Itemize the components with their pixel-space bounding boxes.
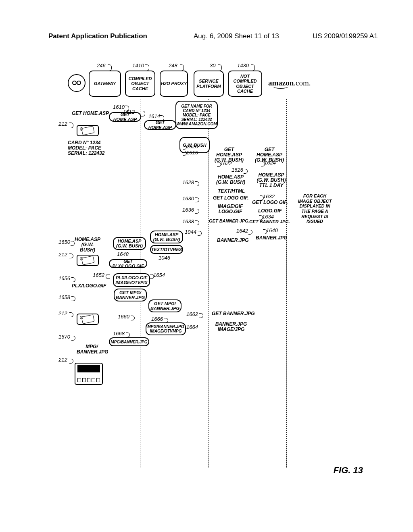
- box-plx-logo: PLX/LOGO.GIF IMAGE/OTVPIX: [113, 273, 150, 287]
- ref-1620: 1620: [186, 143, 198, 150]
- ref-1046: 1046: [159, 255, 170, 261]
- box-get-mpg-banner2: GET MPG/ BANNER.JPG: [148, 299, 181, 312]
- box-home-gw-left: HOME.ASP (G.W. BUSH): [113, 237, 146, 250]
- card-icon-1: [77, 125, 99, 136]
- label-home-ttl: HOME.ASP (G.W. BUSH) TTL 1 DAY: [254, 172, 288, 189]
- label-get-logo2: GET LOGO GIF.: [252, 200, 288, 205]
- box-get-plx: GET PLX/LOGO.GIF: [109, 259, 147, 268]
- ref-212d: 212: [58, 357, 67, 363]
- ref-248: 248: [169, 62, 177, 69]
- ref-1656: 1656: [58, 275, 70, 281]
- lane-not-compiled-cache: NOT COMPILED OBJECT CACHE: [228, 71, 262, 97]
- label-plx-logo: PLX/LOGO.GIF: [72, 283, 106, 289]
- box-1614: GET HOME.ASP: [144, 120, 176, 130]
- user-icon: [68, 74, 86, 92]
- lane-gateway: GATEWAY: [89, 71, 121, 97]
- label-image-gif: IMAGE/GIF LOGO.GIF: [216, 204, 244, 214]
- box-text-otvres: TEXT/OTVRES: [150, 245, 183, 254]
- figure-13: 246 1410 248 30 1430 GATEWAY COMPILED OB…: [60, 69, 367, 468]
- card-icon-3: [77, 314, 99, 325]
- ref-1660: 1660: [118, 314, 129, 320]
- ref-1410: 1410: [132, 62, 144, 69]
- ref-212b: 212: [58, 251, 67, 258]
- ref-1658: 1658: [58, 294, 70, 300]
- label-get-logo: GET LOGO GIF.: [213, 195, 249, 201]
- box-home-gw-mid: HOME.ASP (G.VI. BUSH): [150, 231, 183, 243]
- ref-1668: 1668: [113, 330, 125, 337]
- header-right: US 2009/0199259 A1: [313, 32, 378, 40]
- ref-1622: 1622: [220, 160, 232, 166]
- ref-1630: 1630: [182, 195, 194, 202]
- label-get-banner-1662: GET BANNER.JPG: [212, 311, 255, 316]
- ref-1616: 1616: [186, 150, 198, 156]
- header-center: Aug. 6, 2009 Sheet 11 of 13: [194, 32, 279, 40]
- ref-1654: 1654: [153, 272, 165, 278]
- label-1626: HOME.ASP (G.W. BUSH): [215, 175, 247, 185]
- ref-212a: 212: [58, 121, 67, 127]
- label-banner-img-jpg: BANNER.JPG IMAGE/JPG: [215, 322, 247, 332]
- ref-1626: 1626: [232, 167, 243, 173]
- ref-1664: 1664: [186, 324, 198, 330]
- label-get-home-asp: GET HOME.ASP: [72, 111, 109, 116]
- label-banner1: BANNER.JPG: [217, 238, 249, 243]
- ref-1640: 1640: [266, 227, 278, 233]
- label-get-banner2: GET BANNER JPG.: [249, 219, 290, 224]
- ref-1642: 1642: [236, 228, 248, 234]
- box-mpg-banner: MPG/BANNER.JPG IMAGE/OTVMPG: [146, 322, 186, 335]
- box-mpg-banner2: MPG/BANNER.JPG: [109, 337, 149, 346]
- ref-1628: 1628: [182, 179, 194, 185]
- lane-h2o-proxy: H2O PROXY: [160, 71, 188, 97]
- ref-1044: 1044: [185, 229, 196, 235]
- side-note: FOR EACH IMAGE OBJECT DISPLAYED IN THE P…: [298, 193, 332, 224]
- ref-1634: 1634: [262, 214, 274, 220]
- card-icon-2: [77, 255, 99, 266]
- label-logo-gif: LOGO.GIF: [258, 208, 282, 214]
- ref-1624: 1624: [264, 160, 276, 166]
- ref-1648: 1648: [117, 251, 129, 257]
- lane-service-platform: SERVICE PLATFORM: [194, 71, 224, 97]
- ref-1638: 1638: [182, 218, 194, 224]
- ref-1636: 1636: [182, 207, 194, 213]
- figure-label: FIG. 13: [334, 465, 363, 476]
- label-mpg-banner: MPG/ BANNER.JPG: [77, 344, 107, 355]
- ref-1666: 1666: [151, 316, 163, 322]
- header-left: Patent Application Publication: [48, 32, 147, 40]
- ref-1662: 1662: [186, 311, 198, 317]
- ref-30: 30: [210, 62, 215, 69]
- ref-1614: 1614: [148, 113, 160, 119]
- ref-1632: 1632: [263, 193, 275, 200]
- label-banner2: BANNER.JPG: [256, 235, 288, 241]
- label-text-html: TEXT/HTML: [218, 189, 245, 194]
- card-info-3: SERIAL: 122432: [68, 151, 104, 156]
- ref-1430: 1430: [237, 62, 249, 69]
- ref-1652: 1652: [93, 272, 104, 278]
- box-get-name: GET NAME FOR CARD N° 1234 MODEL: PACE SE…: [175, 101, 218, 129]
- settop-box-icon: [75, 363, 103, 385]
- ref-212c: 212: [58, 310, 67, 316]
- label-get-banner: GET BANNER JPG.: [209, 218, 250, 223]
- lane-compiled-cache: COMPILED OBJECT CACHE: [125, 71, 155, 97]
- label-1650: HOME.ASP (G.W. BUSH): [73, 237, 102, 253]
- ref-246: 246: [97, 62, 106, 69]
- ref-1650: 1650: [58, 239, 70, 245]
- box-get-mpg-banner: GET MPG/ BANNER.JPG: [114, 289, 147, 301]
- ref-1670: 1670: [58, 334, 70, 340]
